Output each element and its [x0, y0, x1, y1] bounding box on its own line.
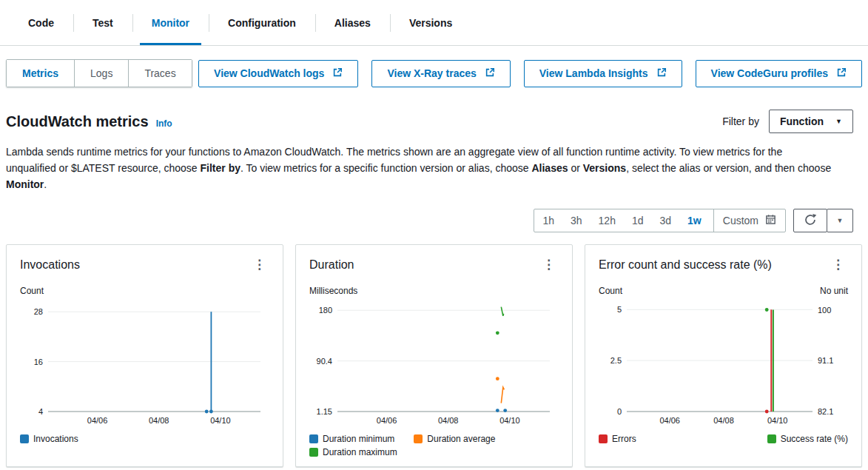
time-range-toolbar: 1h 3h 12h 1d 3d 1w Custom ▼	[0, 192, 868, 232]
tab-code[interactable]: Code	[9, 0, 73, 45]
tab-label: Configuration	[228, 17, 296, 29]
errors-chart-card: Error count and success rate (%) ⋮ Count…	[585, 244, 862, 467]
svg-text:90.4: 90.4	[317, 357, 332, 366]
external-link-icon	[332, 67, 343, 80]
calendar-icon	[765, 214, 776, 227]
y-axis-unit-left: Milliseconds	[309, 286, 357, 296]
svg-text:04/08: 04/08	[713, 416, 734, 425]
page-header: CloudWatch metrics Info Filter by Functi…	[0, 87, 868, 133]
external-link-icon	[656, 67, 667, 80]
svg-text:0: 0	[617, 407, 622, 416]
y-axis-unit-left: Count	[20, 286, 44, 296]
external-view-actions: View CloudWatch logs View X-Ray traces V…	[198, 60, 862, 87]
svg-text:82.1: 82.1	[818, 407, 833, 416]
subtab-metrics[interactable]: Metrics	[7, 60, 74, 87]
kebab-menu-icon[interactable]: ⋮	[539, 255, 559, 274]
chart-canvas: 4162804/0604/0804/10	[20, 298, 269, 428]
tab-monitor[interactable]: Monitor	[132, 0, 209, 45]
time-range-1h[interactable]: 1h	[534, 209, 562, 232]
legend-label: Errors	[612, 434, 636, 444]
kebab-menu-icon[interactable]: ⋮	[249, 255, 269, 274]
chart-title: Error count and success rate (%)	[599, 258, 772, 272]
legend-color-swatch	[20, 434, 29, 443]
svg-text:2.5: 2.5	[610, 356, 622, 365]
view-codeguru-profiles-button[interactable]: View CodeGuru profiles	[696, 60, 862, 87]
legend-label: Duration maximum	[323, 447, 397, 457]
legend-item[interactable]: Duration minimum	[309, 434, 394, 444]
chart-plot: 1.1590.418004/0604/0804/10	[309, 298, 559, 428]
tab-aliases[interactable]: Aliases	[315, 0, 390, 45]
card-header: Error count and success rate (%) ⋮	[599, 255, 848, 274]
refresh-options-dropdown[interactable]: ▼	[827, 209, 853, 232]
view-lambda-insights-button[interactable]: View Lambda Insights	[524, 60, 682, 87]
external-link-icon	[485, 67, 495, 80]
svg-text:04/08: 04/08	[438, 416, 459, 425]
chart-legend: ErrorsSuccess rate (%)	[599, 434, 848, 444]
time-range-1d[interactable]: 1d	[624, 209, 652, 232]
metrics-segmented-control: Metrics Logs Traces	[6, 59, 192, 87]
tab-label: Code	[28, 17, 54, 29]
tab-label: Versions	[409, 17, 452, 29]
svg-text:28: 28	[34, 307, 43, 316]
legend-label: Invocations	[33, 434, 78, 444]
legend-label: Duration average	[427, 434, 495, 444]
legend-color-swatch	[414, 434, 423, 443]
refresh-group: ▼	[793, 209, 853, 232]
refresh-icon	[804, 213, 817, 229]
y-axis-unit-right: No unit	[820, 286, 848, 296]
custom-label: Custom	[723, 215, 758, 226]
time-range-3d[interactable]: 3d	[652, 209, 680, 232]
filter-function-dropdown[interactable]: Function ▼	[769, 110, 853, 133]
card-header: Duration ⋮	[309, 255, 559, 274]
time-range-3h[interactable]: 3h	[562, 209, 591, 232]
subtab-logs[interactable]: Logs	[74, 60, 128, 87]
time-range-group: 1h 3h 12h 1d 3d 1w Custom	[534, 209, 786, 232]
filter-by-label: Filter by	[722, 115, 759, 127]
subtab-traces[interactable]: Traces	[128, 60, 191, 87]
svg-text:91.1: 91.1	[818, 356, 833, 365]
legend-item[interactable]: Errors	[599, 434, 636, 444]
page-title: CloudWatch metrics	[6, 113, 149, 130]
y-axis-unit-left: Count	[599, 286, 622, 296]
legend-label: Success rate (%)	[781, 434, 848, 444]
custom-range-button[interactable]: Custom	[714, 214, 785, 227]
description-text: Lambda sends runtime metrics for your fu…	[0, 133, 868, 192]
chart-legend: Duration minimumDuration averageDuration…	[309, 434, 559, 457]
chevron-down-icon: ▼	[835, 118, 842, 125]
svg-text:04/10: 04/10	[210, 416, 231, 425]
time-range-1w[interactable]: 1w	[679, 209, 710, 232]
legend-item[interactable]: Duration average	[414, 434, 495, 444]
tab-test[interactable]: Test	[73, 0, 132, 45]
info-link[interactable]: Info	[156, 118, 172, 129]
external-link-icon	[836, 67, 847, 80]
svg-text:04/06: 04/06	[659, 416, 680, 425]
tab-versions[interactable]: Versions	[390, 0, 471, 45]
function-tab-bar: Code Test Monitor Configuration Aliases …	[0, 0, 868, 46]
svg-text:16: 16	[34, 357, 43, 366]
legend-label: Duration minimum	[323, 434, 394, 444]
legend-color-swatch	[309, 434, 318, 443]
chart-title: Invocations	[20, 258, 80, 272]
charts-row: Invocations ⋮ Count 4162804/0604/0804/10…	[0, 232, 868, 467]
axis-units-row: Count No unit	[599, 286, 848, 296]
svg-text:180: 180	[319, 306, 332, 315]
legend-item[interactable]: Success rate (%)	[767, 434, 848, 444]
button-label: View CloudWatch logs	[214, 67, 324, 79]
button-label: View X-Ray traces	[387, 67, 476, 79]
legend-item[interactable]: Duration maximum	[309, 447, 397, 457]
svg-text:1.15: 1.15	[317, 407, 332, 416]
kebab-menu-icon[interactable]: ⋮	[828, 255, 848, 274]
legend-item[interactable]: Invocations	[20, 434, 78, 444]
refresh-button[interactable]	[793, 209, 827, 232]
legend-color-swatch	[599, 434, 608, 443]
button-label: View Lambda Insights	[539, 67, 648, 79]
time-range-12h[interactable]: 12h	[591, 209, 624, 232]
view-xray-traces-button[interactable]: View X-Ray traces	[371, 60, 510, 87]
svg-text:100: 100	[818, 306, 831, 315]
view-cloudwatch-logs-button[interactable]: View CloudWatch logs	[198, 60, 358, 87]
tab-configuration[interactable]: Configuration	[209, 0, 315, 45]
duration-chart-card: Duration ⋮ Milliseconds 1.1590.418004/06…	[295, 244, 573, 467]
svg-text:4: 4	[38, 407, 43, 416]
filter-by-group: Filter by Function ▼	[722, 110, 853, 133]
title-wrap: CloudWatch metrics Info	[6, 113, 172, 130]
